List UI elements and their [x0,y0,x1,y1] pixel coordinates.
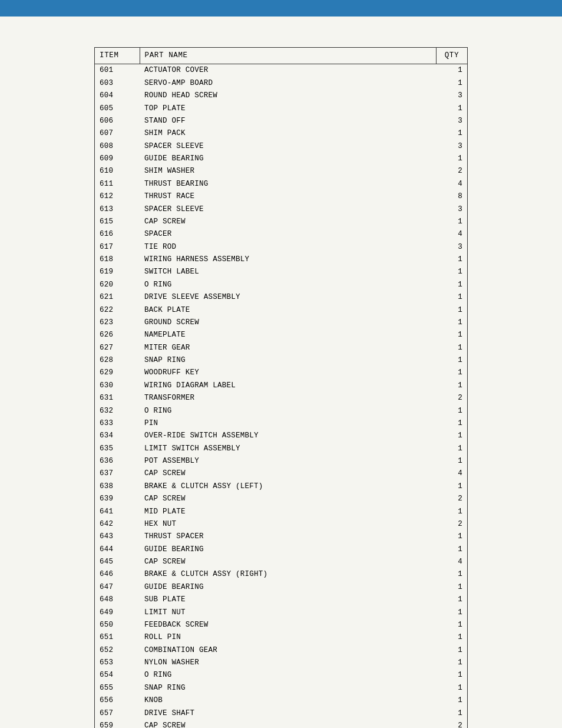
table-row: 650FEEDBACK SCREW1 [95,619,467,631]
cell-name: SWITCH LABEL [140,266,436,278]
table-row: 601ACTUATOR COVER1 [95,64,467,77]
table-row: 627MITER GEAR1 [95,342,467,354]
table-row: 644GUIDE BEARING1 [95,543,467,556]
table-row: 628SNAP RING1 [95,354,467,367]
cell-qty: 1 [436,291,467,304]
cell-qty: 1 [436,644,467,657]
cell-item: 629 [95,367,140,379]
table-row: 609GUIDE BEARING1 [95,153,467,165]
table-row: 645CAP SCREW4 [95,556,467,568]
cell-name: SERVO-AMP BOARD [140,77,436,90]
cell-qty: 1 [436,631,467,644]
cell-item: 648 [95,594,140,606]
cell-qty: 1 [436,682,467,694]
table-row: 623GROUND SCREW1 [95,317,467,329]
table-row: 631TRANSFORMER2 [95,392,467,404]
cell-item: 601 [95,64,140,77]
table-row: 608SPACER SLEEVE3 [95,140,467,153]
cell-name: DRIVE SHAFT [140,707,436,720]
cell-qty: 1 [436,354,467,367]
cell-name: TIE ROD [140,241,436,253]
cell-name: GUIDE BEARING [140,153,436,165]
table-row: 610SHIM WASHER2 [95,165,467,177]
table-row: 612THRUST RACE8 [95,190,467,203]
cell-name: LIMIT SWITCH ASSEMBLY [140,443,436,455]
cell-item: 647 [95,581,140,594]
cell-qty: 1 [436,77,467,90]
table-row: 637CAP SCREW4 [95,467,467,480]
cell-item: 605 [95,103,140,115]
cell-name: LIMIT NUT [140,607,436,619]
cell-qty: 2 [436,392,467,404]
cell-qty: 1 [436,657,467,669]
table-row: 615CAP SCREW1 [95,216,467,228]
cell-item: 617 [95,241,140,253]
table-row: 618WIRING HARNESS ASSEMBLY1 [95,253,467,266]
cell-qty: 3 [436,203,467,216]
table-row: 626NAMEPLATE1 [95,329,467,341]
cell-item: 643 [95,531,140,543]
table-row: 636POT ASSEMBLY1 [95,455,467,467]
cell-qty: 3 [436,115,467,127]
cell-item: 634 [95,430,140,442]
cell-item: 618 [95,253,140,266]
cell-item: 608 [95,140,140,153]
cell-item: 621 [95,291,140,304]
cell-qty: 2 [436,165,467,177]
cell-name: KNOB [140,694,436,707]
table-row: 616SPACER4 [95,228,467,241]
cell-item: 619 [95,266,140,278]
table-row: 635LIMIT SWITCH ASSEMBLY1 [95,443,467,455]
table-row: 643THRUST SPACER1 [95,531,467,543]
cell-item: 652 [95,644,140,657]
table-row: 607SHIM PACK1 [95,127,467,140]
cell-item: 611 [95,178,140,190]
cell-item: 641 [95,506,140,518]
parts-table: ITEM PART NAME QTY 601ACTUATOR COVER1603… [95,48,467,728]
cell-name: TOP PLATE [140,103,436,115]
cell-item: 626 [95,329,140,341]
cell-qty: 4 [436,556,467,568]
cell-name: BACK PLATE [140,304,436,317]
cell-qty: 1 [436,543,467,556]
cell-name: THRUST SPACER [140,531,436,543]
cell-qty: 1 [436,455,467,467]
cell-name: FEEDBACK SCREW [140,619,436,631]
cell-qty: 1 [436,417,467,430]
table-row: 642HEX NUT2 [95,518,467,531]
cell-item: 610 [95,165,140,177]
cell-item: 630 [95,380,140,392]
cell-name: HEX NUT [140,518,436,531]
cell-qty: 1 [436,480,467,493]
cell-item: 613 [95,203,140,216]
cell-item: 642 [95,518,140,531]
cell-qty: 1 [436,127,467,140]
cell-name: POT ASSEMBLY [140,455,436,467]
table-header-row: ITEM PART NAME QTY [95,48,467,64]
cell-item: 651 [95,631,140,644]
cell-name: O RING [140,405,436,417]
cell-item: 646 [95,568,140,581]
table-row: 633PIN1 [95,417,467,430]
cell-qty: 1 [436,430,467,442]
cell-name: CAP SCREW [140,556,436,568]
cell-qty: 1 [436,367,467,379]
cell-qty: 1 [436,153,467,165]
cell-item: 604 [95,90,140,102]
cell-name: GUIDE BEARING [140,581,436,594]
cell-qty: 3 [436,140,467,153]
cell-qty: 1 [436,317,467,329]
cell-qty: 1 [436,405,467,417]
cell-item: 615 [95,216,140,228]
table-row: 647GUIDE BEARING1 [95,581,467,594]
cell-name: SNAP RING [140,682,436,694]
cell-item: 612 [95,190,140,203]
table-row: 603SERVO-AMP BOARD1 [95,77,467,90]
table-row: 659CAP SCREW2 [95,720,467,728]
col-header-name: PART NAME [140,48,436,64]
cell-qty: 1 [436,216,467,228]
cell-item: 656 [95,694,140,707]
cell-name: NAMEPLATE [140,329,436,341]
top-bar [0,0,562,17]
cell-qty: 3 [436,90,467,102]
